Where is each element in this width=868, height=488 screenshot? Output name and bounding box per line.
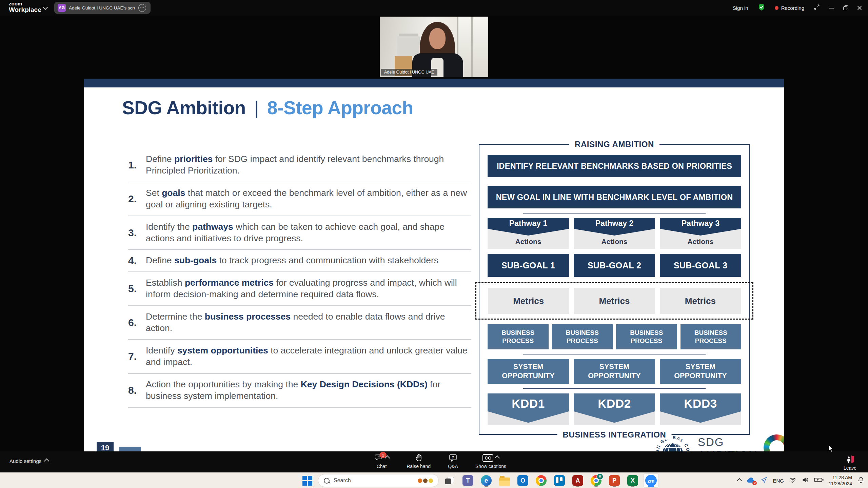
leave-button[interactable]: Leave — [844, 454, 856, 471]
taskbar-app-powerpoint[interactable]: P — [607, 474, 622, 487]
pathway-box: Pathway 2Actions — [574, 218, 655, 249]
kdd-label: KDD3 — [660, 397, 741, 410]
system-opportunity-row: SYSTEM OPPORTUNITYSYSTEM OPPORTUNITYSYST… — [488, 359, 741, 384]
taskbar-app-edge[interactable]: e — [479, 474, 494, 487]
step-fragment: Action the opportunities by making the — [146, 379, 301, 389]
taskbar-app-gmail[interactable]: M — [589, 474, 604, 487]
divider — [523, 213, 706, 214]
taskbar-app-outlook[interactable]: O — [515, 474, 530, 487]
nearby-share-icon[interactable] — [760, 476, 768, 485]
step-number: 6. — [128, 317, 146, 328]
zoom-workplace-logo: zoom Workplace — [9, 1, 41, 13]
volume-icon[interactable] — [802, 476, 809, 485]
toolbar-button-chat[interactable]: 1Chat — [374, 453, 389, 469]
metrics-row: MetricsMetricsMetrics — [488, 288, 741, 314]
diagram-bar-benchmarks: IDENTIFY RELEVANT BENCHMARKS BASED ON PR… — [488, 155, 741, 177]
slide-title-dark: SDG Ambition — [122, 97, 246, 118]
slide-title-blue: 8-Step Approach — [267, 97, 413, 118]
avatar: AG — [58, 4, 66, 12]
step-keyword: pathways — [192, 222, 233, 232]
language-indicator[interactable]: ENG — [773, 478, 784, 484]
taskbar-app-trello[interactable] — [552, 474, 567, 487]
taskbar-app-zoom[interactable]: zm — [644, 474, 658, 487]
mouse-cursor — [828, 445, 835, 455]
system-opportunity-box: SYSTEM OPPORTUNITY — [574, 359, 655, 384]
sign-in-button[interactable]: Sign in — [733, 5, 748, 11]
slide-title: SDG Ambition | 8-Step Approach — [122, 97, 413, 119]
fullscreen-icon[interactable] — [813, 4, 820, 12]
teams-icon: T — [462, 475, 473, 486]
raise-hand-icon — [414, 453, 423, 464]
audio-settings-button[interactable]: Audio settings — [9, 458, 48, 464]
participant-video[interactable]: Adele Guidot l UNGC UAE — [380, 17, 488, 77]
step-item: 7.Identify system opportunities to accel… — [128, 340, 471, 374]
screen: zoom Workplace AG Adele Guidot I UNGC UA… — [0, 0, 868, 488]
step-keyword: business processes — [205, 311, 291, 322]
pathway-actions-label: Actions — [488, 238, 569, 246]
toolbar-button-qa[interactable]: ?Q&A — [448, 453, 458, 469]
metrics-box: Metrics — [488, 288, 569, 314]
chevron-down-icon[interactable] — [43, 5, 48, 10]
chevron-up-icon[interactable] — [44, 459, 50, 464]
onedrive-error-badge: ✕ — [752, 481, 757, 485]
svg-text:?: ? — [452, 455, 454, 459]
notification-bell-icon[interactable] — [857, 476, 865, 485]
running-indicator — [485, 486, 488, 487]
start-button[interactable] — [300, 474, 315, 487]
raise-hand-label: Raise hand — [407, 464, 431, 469]
shared-slide: SDG Ambition | 8-Step Approach 1.Define … — [84, 79, 784, 451]
step-text: Action the opportunities by making the K… — [146, 379, 471, 402]
tray-chevron-up-icon[interactable] — [737, 478, 742, 483]
edge-icon: e — [481, 475, 492, 486]
metrics-box: Metrics — [660, 288, 741, 314]
tray-clock[interactable]: 11:28 AM 11/28/2024 — [829, 474, 852, 487]
outlook-icon: O — [517, 475, 528, 486]
chevron-up-icon[interactable] — [495, 455, 500, 461]
corn-icon — [429, 479, 433, 483]
toolbar-button-raise-hand[interactable]: Raise hand — [407, 453, 431, 469]
diagram-bar-newgoal: NEW GOAL IN LINE WITH BENCHMARK LEVEL OF… — [488, 186, 741, 208]
step-number: 8. — [128, 385, 146, 396]
taskbar-app-chrome[interactable] — [534, 474, 549, 487]
more-options-icon[interactable] — [138, 4, 146, 12]
search-icon — [324, 478, 330, 484]
pathway-banner: Pathway 3 — [660, 218, 741, 236]
step-number: 2. — [128, 193, 146, 205]
subgoal-box: SUB-GOAL 2 — [574, 254, 655, 277]
business-process-box: BUSINESS PROCESS — [552, 324, 613, 349]
gmail-badge: M — [596, 473, 604, 480]
metrics-box: Metrics — [574, 288, 655, 314]
recording-label: Recording — [781, 5, 804, 11]
taskbar-app-teams[interactable]: T — [460, 474, 475, 487]
taskbar-app-acrobat[interactable]: A — [570, 474, 585, 487]
background-printer — [397, 36, 420, 56]
screen-share-tab[interactable]: AG Adele Guidot I UNGC UAE's scree — [54, 2, 151, 14]
battery-icon[interactable] — [814, 477, 824, 484]
tab-title: Adele Guidot I UNGC UAE's scree — [69, 5, 135, 11]
taskbar-app-task-view[interactable] — [442, 474, 457, 487]
step-keyword: system opportunities — [177, 345, 268, 355]
step-text: Establish performance metrics for evalua… — [146, 277, 471, 300]
windows-logo-icon — [302, 476, 307, 480]
leave-label: Leave — [844, 465, 856, 471]
pathway-actions-label: Actions — [574, 238, 655, 246]
maximize-button[interactable] — [843, 5, 848, 10]
task-view-icon — [445, 477, 454, 484]
step-item: 3.Identify the pathways which can be tak… — [128, 216, 471, 250]
step-item: 8.Action the opportunities by making the… — [128, 374, 471, 408]
chat-label: Chat — [377, 464, 387, 469]
minimize-button[interactable] — [829, 5, 834, 10]
kdd-banner: KDD3 — [660, 393, 741, 425]
slide-top-strip — [84, 79, 784, 87]
taskbar-app-excel[interactable]: X — [625, 474, 640, 487]
onedrive-icon[interactable]: ✕ — [746, 477, 755, 484]
toolbar-button-captions[interactable]: CCShow captions — [475, 453, 506, 469]
cc-icon: CC — [482, 454, 494, 462]
search-input[interactable]: Search — [318, 474, 439, 487]
taskbar-app-file-explorer[interactable] — [497, 474, 512, 487]
step-number: 4. — [128, 255, 146, 266]
wifi-icon[interactable] — [789, 476, 796, 485]
step-keyword: sub-goals — [174, 255, 217, 265]
kdd-banner: KDD2 — [574, 393, 655, 425]
close-button[interactable] — [857, 5, 862, 10]
